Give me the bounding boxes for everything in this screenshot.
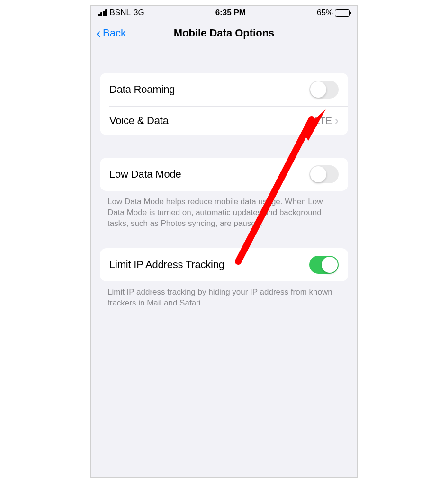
clock-label: 6:35 PM <box>215 8 246 18</box>
footer-low-data: Low Data Mode helps reduce mobile data u… <box>91 191 357 229</box>
battery-percent-label: 65% <box>317 8 333 18</box>
settings-content: Data Roaming Voice & Data LTE › Low Data… <box>91 73 357 309</box>
group-low-data: Low Data Mode <box>100 158 348 191</box>
spacer <box>91 229 357 248</box>
chevron-right-icon: › <box>335 114 339 127</box>
page-title: Mobile Data Options <box>91 27 357 39</box>
row-label: Limit IP Address Tracking <box>109 259 224 271</box>
row-low-data-mode[interactable]: Low Data Mode <box>100 158 348 191</box>
status-bar: BSNL 3G 6:35 PM 65% <box>91 6 357 20</box>
group-limit-ip: Limit IP Address Tracking <box>100 248 348 281</box>
toggle-limit-ip[interactable] <box>309 256 339 274</box>
back-button[interactable]: ‹ Back <box>96 26 126 40</box>
signal-icon <box>98 9 107 16</box>
row-limit-ip[interactable]: Limit IP Address Tracking <box>100 248 348 281</box>
carrier-label: BSNL <box>110 8 131 18</box>
group-data: Data Roaming Voice & Data LTE › <box>100 73 348 135</box>
nav-bar: ‹ Back Mobile Data Options <box>91 20 357 46</box>
row-label: Low Data Mode <box>109 168 181 180</box>
toggle-data-roaming[interactable] <box>309 81 339 99</box>
footer-limit-ip: Limit IP address tracking by hiding your… <box>91 281 357 309</box>
voice-data-value: LTE <box>314 115 332 126</box>
row-data-roaming[interactable]: Data Roaming <box>100 73 348 106</box>
status-left: BSNL 3G <box>98 8 144 18</box>
back-label: Back <box>103 27 126 39</box>
row-label: Voice & Data <box>109 115 169 127</box>
status-right: 65% <box>317 8 350 18</box>
toggle-low-data-mode[interactable] <box>309 165 339 183</box>
row-voice-data[interactable]: Voice & Data LTE › <box>100 107 348 135</box>
battery-icon <box>335 9 350 17</box>
row-label: Data Roaming <box>109 83 175 96</box>
row-value-voice-data: LTE › <box>314 114 339 127</box>
phone-frame: BSNL 3G 6:35 PM 65% ‹ Back Mobile Data O… <box>90 5 358 478</box>
chevron-left-icon: ‹ <box>96 26 101 40</box>
network-label: 3G <box>134 8 144 18</box>
spacer <box>91 135 357 158</box>
